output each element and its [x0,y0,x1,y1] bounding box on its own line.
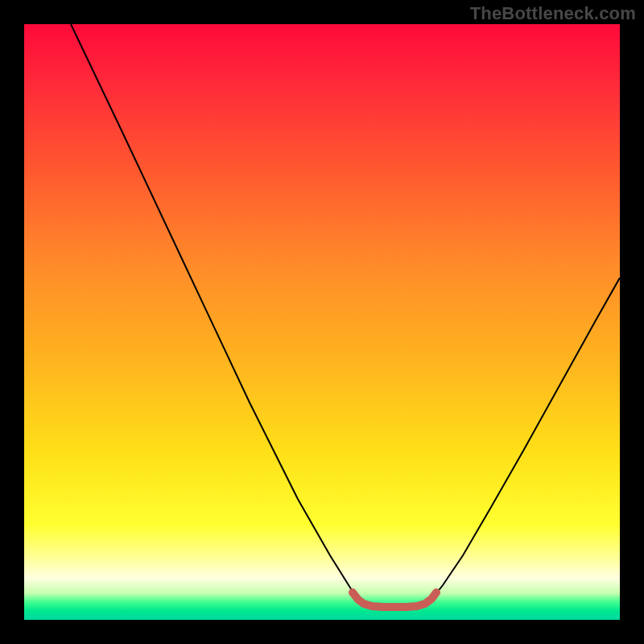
plot-area [24,24,620,620]
bottleneck-zone-marker [353,592,436,607]
bottleneck-curve [71,24,620,605]
chart-frame: TheBottleneck.com [0,0,644,644]
curve-layer [24,24,620,620]
watermark-text: TheBottleneck.com [470,3,636,24]
